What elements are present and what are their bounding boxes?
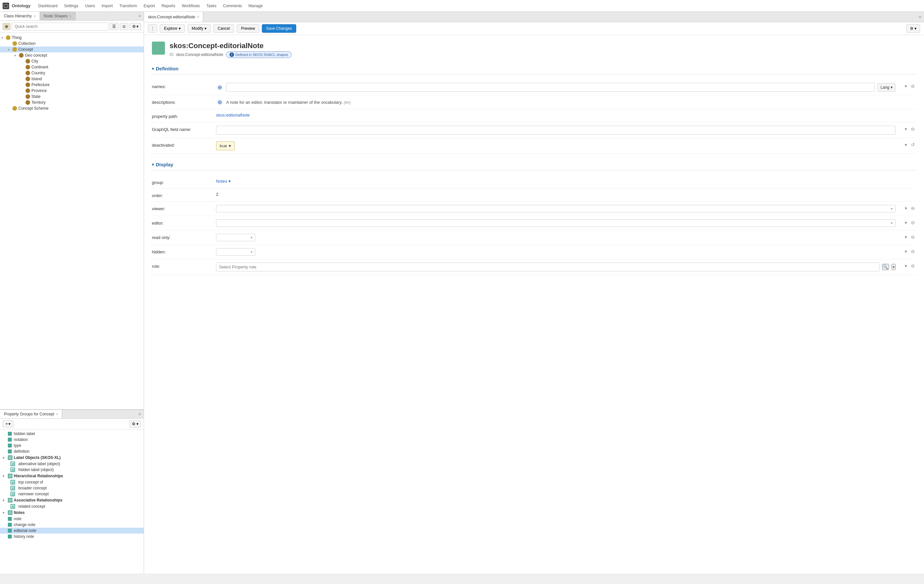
tree-item-thing[interactable]: ▾ Thing <box>0 35 144 41</box>
tree-item-territory[interactable]: Territory <box>0 99 144 106</box>
graphql-chevron[interactable]: ▾ <box>903 126 908 132</box>
prop-item-history-note[interactable]: history note <box>0 534 144 539</box>
nav-workflows[interactable]: Workflows <box>179 2 202 10</box>
prop-item-related-concept[interactable]: ⊞ related concept <box>0 503 144 509</box>
deactivated-select[interactable]: true ▾ <box>216 142 235 150</box>
left-tabs-close-all[interactable]: × <box>139 13 141 19</box>
property-groups-tab-close[interactable]: × <box>56 412 58 416</box>
nav-reports[interactable]: Reports <box>159 2 178 10</box>
readonly-chevron[interactable]: ▾ <box>903 234 908 240</box>
nav-dashboard[interactable]: Dashboard <box>36 2 60 10</box>
section-associative[interactable]: ▾ Associative Relationships <box>0 497 144 503</box>
readonly-minus-button[interactable]: ⊖ <box>909 234 916 240</box>
tree-item-island[interactable]: Island <box>0 76 144 82</box>
names-minus-button[interactable]: ⊖ <box>909 83 916 89</box>
names-chevron-up[interactable]: ▾ <box>903 83 908 89</box>
deactivated-chevron-btn[interactable]: ▾ <box>903 142 908 148</box>
property-groups-settings-button[interactable]: ⚙ ▾ <box>129 420 141 427</box>
tree-item-country[interactable]: Country <box>0 70 144 76</box>
prop-item-top-concept[interactable]: ⊞ top concept of <box>0 479 144 485</box>
role-chevron[interactable]: ▾ <box>903 262 908 269</box>
cancel-button[interactable]: Cancel <box>213 24 234 33</box>
prop-item-change-note[interactable]: change note <box>0 522 144 528</box>
tree-item-concept-scheme[interactable]: Concept Scheme <box>0 106 144 111</box>
tab-node-shapes[interactable]: Node Shapes × <box>40 12 76 20</box>
prop-item-editorial-note[interactable]: editorial note <box>0 528 144 534</box>
modify-button[interactable]: Modify ▾ <box>188 24 211 33</box>
graphql-minus-button[interactable]: ⊖ <box>909 126 916 132</box>
section-notes[interactable]: ▾ Notes <box>0 509 144 516</box>
nav-comments[interactable]: Comments <box>220 2 244 10</box>
prop-item-note[interactable]: note <box>0 516 144 522</box>
right-tab-close[interactable]: × <box>197 15 199 19</box>
tree-item-geo-concept[interactable]: ▾ Geo concept <box>0 53 144 58</box>
editor-minus-button[interactable]: ⊖ <box>909 219 916 226</box>
tree-item-collection[interactable]: Collection <box>0 41 144 46</box>
section-hierarchical[interactable]: ▾ Hierarchical Relationships <box>0 473 144 479</box>
role-search-button[interactable]: 🔍 <box>882 264 889 270</box>
tab-class-hierarchy-close[interactable]: × <box>34 15 36 18</box>
hidden-chevron[interactable]: ▾ <box>903 248 908 255</box>
graphql-input[interactable] <box>216 126 896 135</box>
names-input[interactable] <box>226 83 875 92</box>
lang-select[interactable]: Lang ▾ <box>878 83 896 92</box>
viewer-select[interactable]: ▾ <box>216 205 896 213</box>
search-settings-button[interactable]: ⚙ ▾ <box>130 23 141 30</box>
kebab-menu-button[interactable]: ⋮ <box>148 24 157 33</box>
definition-section-header[interactable]: ▾ Definition <box>152 66 916 74</box>
role-input[interactable] <box>216 262 879 271</box>
prop-item-type[interactable]: type <box>0 442 144 449</box>
prop-item-notation[interactable]: notation <box>0 437 144 442</box>
tree-item-prefecture[interactable]: Prefecture <box>0 82 144 88</box>
search-type-button[interactable]: ☰ <box>110 23 119 30</box>
viewer-minus-button[interactable]: ⊖ <box>909 205 916 211</box>
nav-import[interactable]: Import <box>99 2 115 10</box>
prop-item-definition[interactable]: definition <box>0 449 144 454</box>
readonly-select[interactable]: ▾ <box>216 234 255 241</box>
tab-property-groups[interactable]: Property Groups for Concept × <box>0 410 62 418</box>
nav-manage[interactable]: Manage <box>246 2 265 10</box>
group-link[interactable]: Notes ▾ <box>216 179 231 184</box>
nav-export[interactable]: Export <box>141 2 158 10</box>
search-input[interactable] <box>12 23 108 30</box>
nav-tasks[interactable]: Tasks <box>204 2 219 10</box>
add-property-group-button[interactable]: + ▾ <box>3 420 13 427</box>
tab-class-hierarchy[interactable]: Class Hierarchy × <box>0 12 40 20</box>
nav-settings[interactable]: Settings <box>61 2 81 10</box>
prop-item-alt-label-obj[interactable]: ⊞ alternative label (object) <box>0 461 144 467</box>
toolbar-settings-button[interactable]: ⚙ ▾ <box>906 24 920 33</box>
tree-item-state[interactable]: State <box>0 94 144 99</box>
save-changes-button[interactable]: Save Changes <box>262 24 296 33</box>
hidden-minus-button[interactable]: ⊖ <box>909 248 916 255</box>
explore-button[interactable]: Explore ▾ <box>160 24 185 33</box>
editor-select[interactable]: ▾ <box>216 219 896 227</box>
add-class-button[interactable]: ⊕ <box>3 23 10 30</box>
prop-item-broader-concept[interactable]: ⊞ broader concept <box>0 485 144 491</box>
prop-tabs-close-all[interactable]: × <box>139 411 141 417</box>
deactivated-reset-button[interactable]: ↺ <box>909 142 916 148</box>
editor-chevron[interactable]: ▾ <box>903 219 908 226</box>
tree-item-province[interactable]: Province <box>0 88 144 94</box>
tree-item-city[interactable]: City <box>0 58 144 64</box>
role-add-button[interactable]: + <box>892 264 896 270</box>
descriptions-add-button[interactable]: ⊕ <box>216 99 224 106</box>
tree-item-continent[interactable]: Continent <box>0 64 144 70</box>
tab-concept-editorial-note[interactable]: skos:Concept-editorialNote × <box>144 12 203 22</box>
names-add-button[interactable]: ⊕ <box>216 84 224 91</box>
right-tabs-close-all[interactable]: × <box>919 15 921 20</box>
prop-item-hidden-label-obj[interactable]: ⊞ hidden label (object) <box>0 467 144 473</box>
role-minus-button[interactable]: ⊖ <box>909 262 916 269</box>
display-section-header[interactable]: ▾ Display <box>152 162 916 170</box>
preview-button[interactable]: Preview <box>237 24 259 33</box>
hidden-select[interactable]: ▾ <box>216 248 255 256</box>
search-filter-button[interactable]: ⊙ <box>120 23 128 30</box>
viewer-chevron[interactable]: ▾ <box>903 205 908 211</box>
property-path-link[interactable]: skos:editorialNote <box>216 112 250 117</box>
prop-item-narrower-concept[interactable]: ⊞ narrower concept <box>0 491 144 497</box>
nav-transform[interactable]: Transform <box>117 2 139 10</box>
prop-item-hidden-label[interactable]: hidden label <box>0 431 144 437</box>
tree-item-concept[interactable]: ▾ Concept <box>0 46 144 53</box>
section-label-objects[interactable]: ▾ Label Objects (SKOS-XL) <box>0 454 144 461</box>
tab-node-shapes-close[interactable]: × <box>69 15 71 18</box>
nav-users[interactable]: Users <box>82 2 97 10</box>
